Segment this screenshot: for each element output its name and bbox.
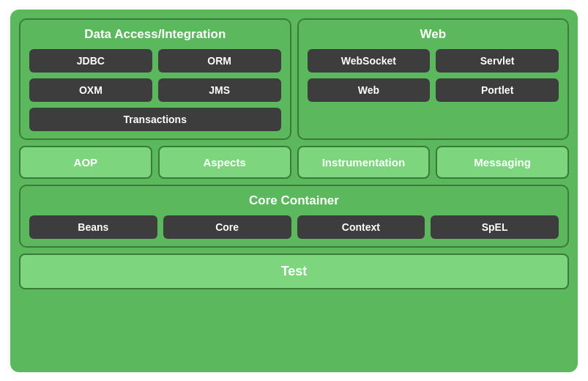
web-section: Web WebSocket Servlet Web Portlet bbox=[297, 18, 570, 140]
core-box: Core bbox=[163, 215, 291, 239]
row1: Data Access/Integration JDBC ORM OXM JMS… bbox=[19, 18, 569, 140]
web-box: Web bbox=[308, 78, 431, 102]
messaging-item: Messaging bbox=[436, 146, 569, 179]
data-access-grid: JDBC ORM OXM JMS bbox=[29, 49, 281, 102]
oxm-box: OXM bbox=[29, 78, 152, 102]
spel-box: SpEL bbox=[431, 215, 559, 239]
spring-framework-diagram: Data Access/Integration JDBC ORM OXM JMS… bbox=[10, 10, 578, 372]
websocket-box: WebSocket bbox=[308, 49, 431, 73]
middle-row: AOP Aspects Instrumentation Messaging bbox=[19, 146, 569, 179]
transactions-box: Transactions bbox=[29, 108, 281, 131]
orm-box: ORM bbox=[158, 49, 281, 73]
test-bar: Test bbox=[19, 254, 569, 289]
data-access-section: Data Access/Integration JDBC ORM OXM JMS… bbox=[19, 18, 291, 140]
aop-item: AOP bbox=[19, 146, 152, 179]
portlet-box: Portlet bbox=[436, 78, 559, 102]
instrumentation-item: Instrumentation bbox=[297, 146, 431, 179]
core-container-title: Core Container bbox=[29, 193, 559, 208]
servlet-box: Servlet bbox=[436, 49, 559, 73]
jms-box: JMS bbox=[158, 78, 281, 102]
core-container-section: Core Container Beans Core Context SpEL bbox=[19, 185, 569, 248]
beans-box: Beans bbox=[29, 215, 157, 239]
web-grid: WebSocket Servlet Web Portlet bbox=[308, 49, 559, 102]
data-access-title: Data Access/Integration bbox=[29, 27, 281, 42]
core-container-grid: Beans Core Context SpEL bbox=[29, 215, 559, 239]
jdbc-box: JDBC bbox=[29, 49, 152, 73]
context-box: Context bbox=[297, 215, 425, 239]
web-title: Web bbox=[308, 27, 559, 42]
aspects-item: Aspects bbox=[158, 146, 291, 179]
